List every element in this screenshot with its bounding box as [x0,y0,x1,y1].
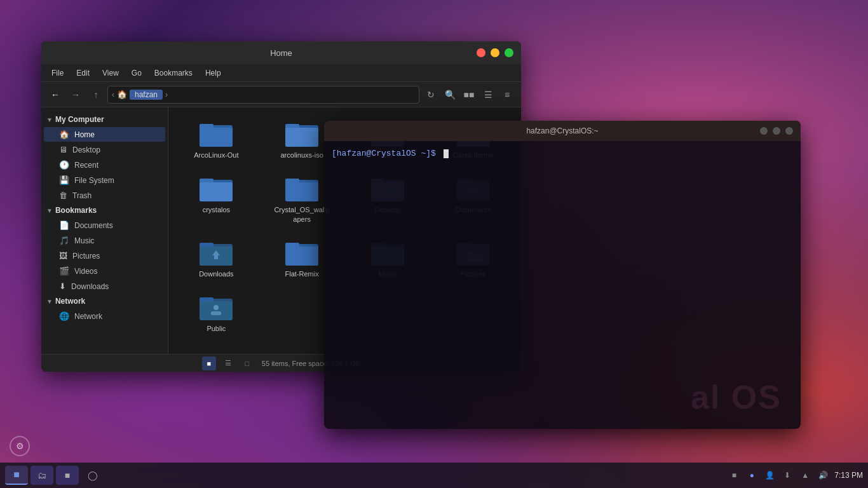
terminal-close-btn[interactable] [760,127,768,135]
search-button[interactable]: 🔍 [441,86,459,104]
prompt-space [437,149,442,158]
my-computer-label: My Computer [55,115,104,124]
svg-rect-35 [285,247,318,266]
breadcrumb-bar[interactable]: ‹ 🏠 hafzan › [107,86,419,104]
file-name-downloads-grid: Downloads [199,269,233,278]
network-arrow: ▼ [46,298,53,305]
list-view-button[interactable]: ☰ [479,86,497,104]
file-item-public[interactable]: Public [176,288,257,338]
sidebar-pictures-label: Pictures [72,252,100,261]
details-button[interactable]: ≡ [498,86,516,104]
menu-bookmarks[interactable]: Bookmarks [149,67,198,79]
folder-icon [285,120,318,148]
terminal-prompt-line: [hafzan@CrystalOS ~]$ [332,149,793,158]
desktop-icon: 🖥 [59,145,67,154]
folder-icon [285,239,318,267]
sidebar-item-documents[interactable]: 📄 Documents [44,218,165,233]
svg-rect-47 [200,301,233,320]
file-manager-titlebar: Home [41,41,521,64]
reload-button[interactable]: ↻ [422,86,440,104]
taskbar-time: 7:13 PM [834,471,863,480]
file-manager-title: Home [270,48,292,58]
file-name-public: Public [207,324,226,333]
menu-go[interactable]: Go [126,67,147,79]
sidebar-section-network[interactable]: ▼ Network [41,294,168,308]
sidebar-item-downloads[interactable]: ⬇ Downloads [44,279,165,294]
folder-icon [200,239,233,267]
folder-icon [285,175,318,203]
recent-icon: 🕐 [59,160,69,170]
tray-download-icon[interactable]: ⬇ [781,469,794,482]
forward-button[interactable]: → [67,86,85,104]
prompt-user: [hafzan@CrystalOS ~]$ [332,149,436,158]
file-item-crystalos[interactable]: crystalos [176,170,257,229]
menu-view[interactable]: View [97,67,124,79]
grid-view-button[interactable]: ■■ [460,86,478,104]
start-button[interactable]: ■ [5,466,28,485]
sidebar-trash-label: Trash [72,191,92,200]
sidebar-section-my-computer[interactable]: ▼ My Computer [41,112,168,126]
close-button[interactable] [477,48,485,57]
statusbar-tree-view[interactable]: □ [240,356,254,370]
terminal-taskbar-btn[interactable]: ■ [56,466,79,485]
back-button[interactable]: ← [46,86,64,104]
file-item-downloads-grid[interactable]: Downloads [176,234,257,283]
network-icon: 🌐 [59,311,69,321]
pictures-icon: 🖼 [59,251,67,261]
documents-icon: 📄 [59,220,69,230]
sidebar-item-music[interactable]: 🎵 Music [44,233,165,248]
statusbar-view-icons: ■ ☰ □ [202,356,254,370]
menubar: File Edit View Go Bookmarks Help [41,64,521,82]
terminal-maximize-btn[interactable] [785,127,793,135]
sidebar-item-home[interactable]: 🏠 Home [44,127,165,142]
tray-user-icon[interactable]: 👤 [763,469,776,482]
file-name-crystal-wallpapers: Crystal_OS_wallpapers [273,205,330,224]
sidebar-item-trash[interactable]: 🗑 Trash [44,188,165,203]
sidebar-item-pictures[interactable]: 🖼 Pictures [44,248,165,263]
sidebar-item-network[interactable]: 🌐 Network [44,309,165,323]
sidebar-desktop-label: Desktop [72,146,100,154]
sidebar-section-bookmarks[interactable]: ▼ Bookmarks [41,203,168,217]
toolbar: ← → ↑ ‹ 🏠 hafzan › ↻ 🔍 ■■ ☰ ≡ [41,82,521,107]
home-icon: 🏠 [59,130,69,139]
tray-monitor-icon[interactable]: ■ [728,469,740,482]
breadcrumb-left-arrow[interactable]: ‹ [112,90,114,99]
minimize-button[interactable] [491,48,499,57]
maximize-button[interactable] [505,48,513,57]
home-icon: 🏠 [117,90,127,99]
my-computer-arrow: ▼ [46,116,53,123]
up-button[interactable]: ↑ [87,86,105,104]
tray-bluetooth-icon[interactable]: ● [745,469,758,482]
sidebar-videos-label: Videos [74,267,97,276]
toolbar-right-icons: ↻ 🔍 ■■ ☰ ≡ [422,86,516,104]
statusbar-grid-view[interactable]: ■ [202,356,216,370]
taskbar: ■ 🗂 ■ ◯ ■ ● 👤 ⬇ ▲ 🔊 7:13 PM [0,463,868,488]
file-name-crystalos: crystalos [203,205,230,214]
breadcrumb-current[interactable]: hafzan [130,90,163,100]
tray-network-icon[interactable]: ▲ [799,469,811,482]
terminal-minimize-btn[interactable] [773,127,780,135]
settings-button[interactable]: ⚙ [10,436,30,456]
sidebar-item-recent[interactable]: 🕐 Recent [44,158,165,172]
breadcrumb-right-arrow[interactable]: › [165,90,168,99]
svg-rect-49 [211,311,221,315]
menu-edit[interactable]: Edit [71,67,95,79]
sidebar-item-videos[interactable]: 🎬 Videos [44,264,165,278]
browser-taskbar-btn[interactable]: ◯ [81,466,104,485]
sidebar-item-filesystem[interactable]: 💾 File System [44,173,165,187]
svg-rect-5 [285,128,318,147]
folder-icon [200,120,233,148]
menu-help[interactable]: Help [200,67,226,79]
sidebar-network-label: Network [74,312,102,321]
sidebar-filesystem-label: File System [74,176,114,185]
files-taskbar-btn[interactable]: 🗂 [31,466,53,485]
menu-file[interactable]: File [46,67,69,79]
downloads-icon: ⬇ [59,281,66,291]
file-item-arcolinux-out[interactable]: ArcoLinux-Out [176,115,257,165]
file-name-arcolinux-out: ArcoLinux-Out [194,151,238,159]
tray-volume-icon[interactable]: 🔊 [817,469,829,482]
terminal-body[interactable]: [hafzan@CrystalOS ~]$ al OS [324,141,801,429]
statusbar-sort-view[interactable]: ☰ [221,356,235,370]
sidebar-item-desktop[interactable]: 🖥 Desktop [44,142,165,157]
file-name-flat-remix: Flat-Remix [285,269,319,278]
